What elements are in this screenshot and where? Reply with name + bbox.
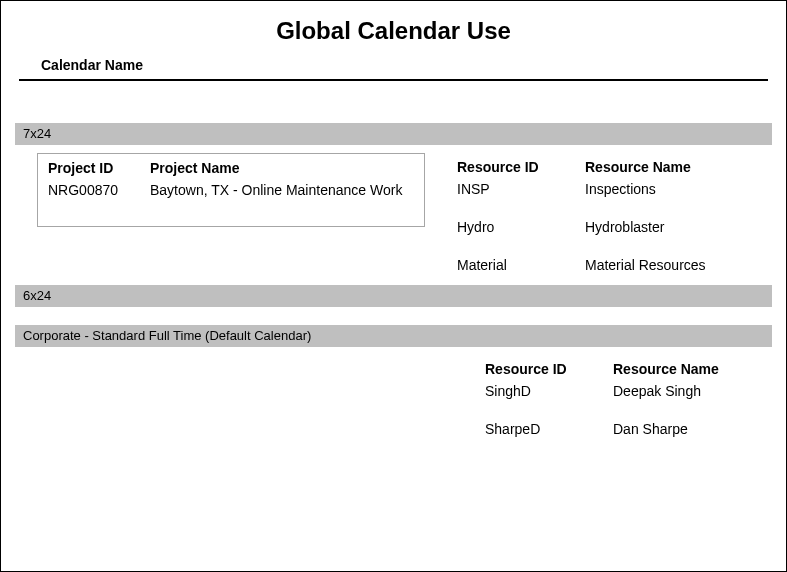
cell-resource-id: SinghD: [485, 383, 613, 399]
spacer: [37, 355, 453, 441]
spacer: [15, 315, 772, 325]
calendar-band: 7x24: [15, 123, 772, 145]
cell-resource-name: Material Resources: [585, 257, 762, 273]
calendar-band: 6x24: [15, 285, 772, 307]
col-header-resource-id: Resource ID: [457, 159, 585, 175]
table-row: Hydro Hydroblaster: [457, 219, 762, 235]
col-header-resource-id: Resource ID: [485, 361, 613, 377]
table-row: SharpeD Dan Sharpe: [485, 421, 762, 437]
cell-resource-id: INSP: [457, 181, 585, 197]
calendar-band: Corporate - Standard Full Time (Default …: [15, 325, 772, 347]
table-header-row: Project ID Project Name: [48, 160, 414, 176]
page-title: Global Calendar Use: [1, 1, 786, 51]
table-row: NRG00870 Baytown, TX - Online Maintenanc…: [48, 182, 414, 198]
section-header-calendar-name: Calendar Name: [19, 51, 768, 81]
table-row: Material Material Resources: [457, 257, 762, 273]
cell-resource-name: Dan Sharpe: [613, 421, 762, 437]
projects-table: Project ID Project Name NRG00870 Baytown…: [37, 153, 425, 227]
table-row: INSP Inspections: [457, 181, 762, 197]
col-header-resource-name: Resource Name: [585, 159, 762, 175]
report-body: 7x24 Project ID Project Name NRG00870 Ba…: [1, 81, 786, 441]
cell-resource-id: Hydro: [457, 219, 585, 235]
calendar-detail-row: Project ID Project Name NRG00870 Baytown…: [37, 153, 772, 277]
cell-resource-name: Inspections: [585, 181, 762, 197]
table-header-row: Resource ID Resource Name: [485, 361, 762, 377]
cell-project-id: NRG00870: [48, 182, 150, 198]
resources-table: Resource ID Resource Name SinghD Deepak …: [453, 355, 772, 441]
calendar-detail-row: Resource ID Resource Name SinghD Deepak …: [37, 355, 772, 441]
resources-table: Resource ID Resource Name INSP Inspectio…: [453, 153, 772, 277]
col-header-project-name: Project Name: [150, 160, 414, 176]
cell-resource-name: Deepak Singh: [613, 383, 762, 399]
cell-resource-id: SharpeD: [485, 421, 613, 437]
table-header-row: Resource ID Resource Name: [457, 159, 762, 175]
report-page: Global Calendar Use Calendar Name 7x24 P…: [0, 0, 787, 572]
cell-resource-name: Hydroblaster: [585, 219, 762, 235]
col-header-project-id: Project ID: [48, 160, 150, 176]
col-header-resource-name: Resource Name: [613, 361, 762, 377]
cell-project-name: Baytown, TX - Online Maintenance Work: [150, 182, 414, 198]
cell-resource-id: Material: [457, 257, 585, 273]
table-row: SinghD Deepak Singh: [485, 383, 762, 399]
